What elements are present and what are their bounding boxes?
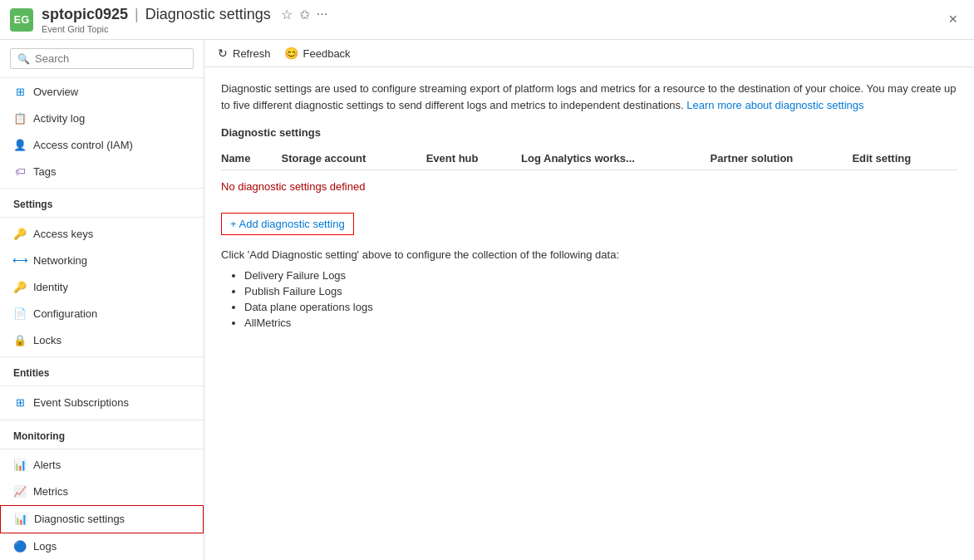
list-item-delivery: Delivery Failure Logs bbox=[244, 268, 957, 283]
metrics-icon: 📈 bbox=[13, 485, 27, 499]
col-name: Name bbox=[221, 147, 282, 170]
sidebar-item-locks[interactable]: 🔒 Locks bbox=[0, 327, 204, 353]
diagnostic-icon: 📊 bbox=[14, 513, 27, 526]
sidebar-label-logs: Logs bbox=[33, 540, 57, 553]
col-storage: Storage account bbox=[282, 147, 426, 170]
sidebar-label-alerts: Alerts bbox=[33, 459, 61, 471]
section-monitoring: Monitoring bbox=[0, 420, 204, 445]
col-loganalytics: Log Analytics works... bbox=[521, 147, 711, 170]
sidebar-label-networking: Networking bbox=[33, 254, 87, 267]
subtitle: Event Grid Topic bbox=[42, 24, 942, 34]
diagnostic-table: Name Storage account Event hub Log Analy… bbox=[221, 147, 957, 203]
main-layout: 🔍 ⊞ Overview 📋 Activity log 👤 Access con… bbox=[0, 40, 974, 560]
overview-icon: ⊞ bbox=[13, 85, 27, 98]
page-title: Diagnostic settings bbox=[145, 6, 271, 23]
sidebar-label-event-subscriptions: Event Subscriptions bbox=[33, 396, 129, 409]
access-control-icon: 👤 bbox=[13, 138, 27, 151]
section-entities: Entities bbox=[0, 356, 204, 382]
sidebar-label-configuration: Configuration bbox=[33, 307, 97, 320]
alerts-icon: 📊 bbox=[13, 459, 27, 472]
identity-icon: 🔑 bbox=[13, 280, 27, 293]
locks-icon: 🔒 bbox=[13, 333, 27, 346]
sidebar-label-diagnostic-settings: Diagnostic settings bbox=[34, 513, 125, 525]
sidebar-item-event-subscriptions[interactable]: ⊞ Event Subscriptions bbox=[0, 390, 204, 416]
section-settings: Settings bbox=[0, 188, 204, 214]
sidebar-label-locks: Locks bbox=[33, 334, 61, 346]
more-icon[interactable]: ··· bbox=[317, 7, 327, 22]
resource-name: sptopic0925 bbox=[42, 6, 128, 23]
info-paragraph: Diagnostic settings are used to configur… bbox=[221, 81, 957, 113]
sidebar-item-alerts[interactable]: 📊 Alerts bbox=[0, 452, 204, 479]
feedback-label: Feedback bbox=[303, 47, 351, 60]
event-subscriptions-icon: ⊞ bbox=[13, 396, 27, 410]
toolbar: ↻ Refresh 😊 Feedback bbox=[204, 40, 974, 67]
col-eventhub: Event hub bbox=[426, 147, 521, 170]
search-input[interactable] bbox=[35, 52, 186, 65]
logs-icon: 🔵 bbox=[13, 540, 27, 553]
no-settings-text: No diagnostic settings defined bbox=[221, 170, 957, 204]
sidebar-item-logs[interactable]: 🔵 Logs bbox=[0, 533, 204, 560]
content-body: Diagnostic settings are used to configur… bbox=[204, 67, 974, 560]
col-edit: Edit setting bbox=[852, 147, 957, 170]
sidebar-item-overview[interactable]: ⊞ Overview bbox=[0, 78, 204, 105]
networking-icon: ⟷ bbox=[13, 253, 27, 267]
feedback-button[interactable]: 😊 Feedback bbox=[284, 47, 351, 60]
sidebar-item-tags[interactable]: 🏷 Tags bbox=[0, 158, 204, 184]
sidebar-item-access-control[interactable]: 👤 Access control (IAM) bbox=[0, 131, 204, 158]
no-settings-row: No diagnostic settings defined bbox=[221, 170, 957, 204]
favorite-icon[interactable]: ☆ bbox=[281, 7, 293, 22]
refresh-label: Refresh bbox=[233, 47, 271, 60]
sidebar-label-access-control: Access control (IAM) bbox=[33, 139, 133, 151]
search-bar: 🔍 bbox=[0, 40, 204, 78]
list-item-dataplane: Data plane operations logs bbox=[244, 299, 957, 315]
access-keys-icon: 🔑 bbox=[13, 227, 27, 240]
activity-log-icon: 📋 bbox=[13, 111, 27, 125]
tags-icon: 🏷 bbox=[13, 165, 27, 178]
sidebar-item-activity-log[interactable]: 📋 Activity log bbox=[0, 105, 204, 131]
sidebar-label-metrics: Metrics bbox=[33, 485, 68, 498]
title-bar: EG sptopic0925 | Diagnostic settings ☆ ✩… bbox=[0, 0, 974, 40]
sidebar-label-access-keys: Access keys bbox=[33, 228, 93, 240]
refresh-button[interactable]: ↻ Refresh bbox=[218, 47, 271, 60]
list-item-allmetrics: AllMetrics bbox=[244, 315, 957, 331]
sidebar-item-access-keys[interactable]: 🔑 Access keys bbox=[0, 220, 204, 247]
sidebar-item-configuration[interactable]: 📄 Configuration bbox=[0, 300, 204, 327]
title-separator: | bbox=[135, 6, 139, 23]
sidebar-item-metrics[interactable]: 📈 Metrics bbox=[0, 479, 204, 505]
sidebar-item-diagnostic-settings[interactable]: 📊 Diagnostic settings bbox=[0, 505, 204, 533]
content-area: ↻ Refresh 😊 Feedback Diagnostic settings… bbox=[204, 40, 974, 560]
sidebar: 🔍 ⊞ Overview 📋 Activity log 👤 Access con… bbox=[0, 40, 204, 560]
sidebar-label-activity-log: Activity log bbox=[33, 112, 85, 125]
add-diagnostic-setting-button[interactable]: + Add diagnostic setting bbox=[221, 213, 354, 235]
list-item-publish: Publish Failure Logs bbox=[244, 283, 957, 299]
configuration-icon: 📄 bbox=[13, 307, 27, 320]
search-icon: 🔍 bbox=[17, 53, 30, 65]
refresh-icon: ↻ bbox=[218, 47, 228, 60]
sidebar-label-tags: Tags bbox=[33, 165, 56, 178]
col-partner: Partner solution bbox=[711, 147, 853, 170]
sidebar-label-identity: Identity bbox=[33, 281, 68, 293]
close-button[interactable]: × bbox=[942, 7, 964, 32]
feedback-icon: 😊 bbox=[284, 47, 298, 60]
sidebar-item-identity[interactable]: 🔑 Identity bbox=[0, 273, 204, 300]
learn-more-link[interactable]: Learn more about diagnostic settings bbox=[686, 99, 863, 111]
diag-section-title: Diagnostic settings bbox=[221, 126, 957, 139]
data-items-list: Delivery Failure Logs Publish Failure Lo… bbox=[221, 268, 957, 331]
add-setting-label: + Add diagnostic setting bbox=[230, 218, 345, 230]
search-wrap[interactable]: 🔍 bbox=[10, 48, 194, 69]
app-icon: EG bbox=[10, 8, 33, 32]
configure-text: Click 'Add Diagnostic setting' above to … bbox=[221, 248, 957, 261]
sidebar-item-networking[interactable]: ⟷ Networking bbox=[0, 247, 204, 273]
title-content: sptopic0925 | Diagnostic settings ☆ ✩ ··… bbox=[42, 6, 942, 34]
sidebar-label-overview: Overview bbox=[33, 86, 78, 98]
star-icon[interactable]: ✩ bbox=[299, 7, 310, 22]
